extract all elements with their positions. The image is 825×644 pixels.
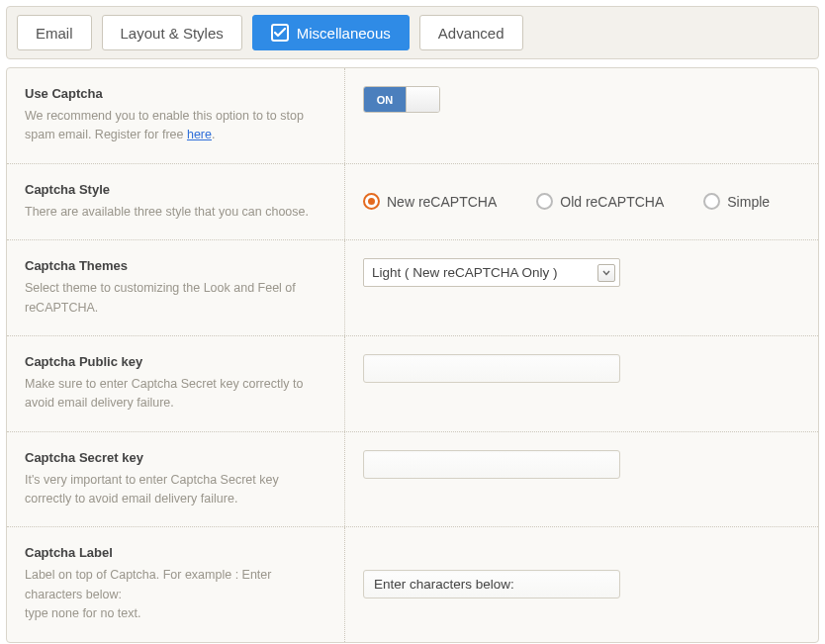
use-captcha-title: Use Captcha (25, 86, 326, 101)
radio-old-label: Old reCAPTCHA (560, 194, 664, 210)
captcha-style-title: Captcha Style (25, 182, 326, 197)
radio-simple-label: Simple (727, 194, 770, 210)
row-captcha-secret-key: Captcha Secret key It's very important t… (7, 432, 818, 528)
row-captcha-label: Captcha Label Label on top of Captcha. F… (7, 527, 818, 641)
captcha-style-radiogroup: New reCAPTCHA Old reCAPTCHA Simple (363, 193, 770, 210)
toggle-knob (406, 87, 439, 112)
row-use-captcha: Use Captcha We recommend you to enable t… (7, 68, 818, 164)
captcha-themes-title: Captcha Themes (25, 258, 326, 273)
settings-panel: Use Captcha We recommend you to enable t… (6, 67, 819, 643)
row-captcha-public-key: Captcha Public key Make sure to enter Ca… (7, 336, 818, 432)
chevron-down-icon (597, 264, 615, 282)
captcha-style-desc: There are available three style that you… (25, 203, 326, 222)
checkbox-checked-icon (271, 24, 289, 42)
tab-email-label: Email (36, 25, 73, 42)
secret-key-input[interactable] (363, 450, 620, 479)
radio-icon (536, 193, 553, 210)
radio-new-label: New reCAPTCHA (387, 194, 497, 210)
tabbar: Email Layout & Styles Miscellaneous Adva… (6, 6, 819, 59)
use-captcha-toggle[interactable]: ON (363, 86, 440, 113)
row-captcha-style: Captcha Style There are available three … (7, 164, 818, 240)
tab-advanced-label: Advanced (438, 25, 504, 42)
radio-icon (363, 193, 380, 210)
secret-key-title: Captcha Secret key (25, 450, 326, 465)
select-value: Light ( New reCAPTCHA Only ) (372, 265, 558, 280)
public-key-desc: Make sure to enter Captcha Secret key co… (25, 375, 326, 414)
captcha-themes-desc: Select theme to customizing the Look and… (25, 279, 326, 318)
captcha-label-title: Captcha Label (25, 545, 326, 560)
captcha-label-desc: Label on top of Captcha. For example : E… (25, 566, 326, 623)
tab-advanced[interactable]: Advanced (419, 15, 523, 50)
radio-old-recaptcha[interactable]: Old reCAPTCHA (536, 193, 664, 210)
radio-simple[interactable]: Simple (703, 193, 770, 210)
secret-key-desc: It's very important to enter Captcha Sec… (25, 471, 326, 509)
captcha-label-input[interactable] (363, 570, 620, 598)
radio-icon (703, 193, 720, 210)
register-link[interactable]: here (187, 128, 212, 141)
row-captcha-themes: Captcha Themes Select theme to customizi… (7, 240, 818, 336)
public-key-input[interactable] (363, 354, 620, 383)
toggle-on-label: ON (364, 87, 406, 112)
tab-email[interactable]: Email (17, 15, 92, 50)
use-captcha-desc: We recommend you to enable this option t… (25, 107, 326, 145)
tab-miscellaneous-label: Miscellaneous (297, 25, 391, 42)
tab-layout[interactable]: Layout & Styles (102, 15, 242, 50)
public-key-title: Captcha Public key (25, 354, 326, 369)
tab-layout-label: Layout & Styles (121, 25, 224, 42)
radio-new-recaptcha[interactable]: New reCAPTCHA (363, 193, 497, 210)
captcha-themes-select[interactable]: Light ( New reCAPTCHA Only ) (363, 258, 620, 287)
tab-miscellaneous[interactable]: Miscellaneous (252, 15, 410, 50)
